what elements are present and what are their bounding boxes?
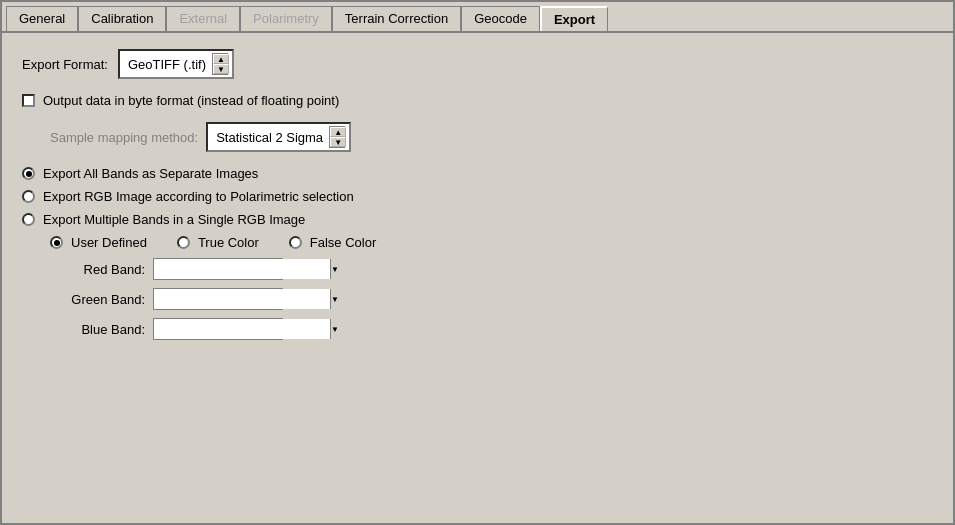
band-dropdown-btn-red-band[interactable]: ▼ xyxy=(330,259,339,279)
radio-btn-all-bands[interactable] xyxy=(22,167,35,180)
radio-row-rgb-polarimetric: Export RGB Image according to Polarimetr… xyxy=(22,189,933,204)
export-format-select[interactable]: GeoTIFF (.tif) ▲ ▼ xyxy=(118,49,234,79)
sample-mapping-label: Sample mapping method: xyxy=(50,130,198,145)
sub-radio-label-false-color: False Color xyxy=(310,235,376,250)
tab-export[interactable]: Export xyxy=(540,6,608,31)
output-byte-checkbox[interactable] xyxy=(22,94,35,107)
export-format-spinner[interactable]: ▲ ▼ xyxy=(212,53,228,75)
sample-spinner-up[interactable]: ▲ xyxy=(330,127,346,137)
band-input-blue-band[interactable] xyxy=(154,319,330,339)
band-row-blue-band: Blue Band:▼ xyxy=(70,318,933,340)
spinner-up[interactable]: ▲ xyxy=(213,54,229,64)
tab-bar: GeneralCalibrationExternalPolarimetryTer… xyxy=(2,2,953,33)
radio-label-multiple-bands: Export Multiple Bands in a Single RGB Im… xyxy=(43,212,305,227)
band-select-blue-band[interactable]: ▼ xyxy=(153,318,283,340)
tab-polarimetry: Polarimetry xyxy=(240,6,332,31)
export-format-label: Export Format: xyxy=(22,57,108,72)
export-format-row: Export Format: GeoTIFF (.tif) ▲ ▼ xyxy=(22,49,933,79)
tab-external: External xyxy=(166,6,240,31)
tab-geocode[interactable]: Geocode xyxy=(461,6,540,31)
radio-label-rgb-polarimetric: Export RGB Image according to Polarimetr… xyxy=(43,189,354,204)
sample-mapping-spinner[interactable]: ▲ ▼ xyxy=(329,126,345,148)
export-radio-group: Export All Bands as Separate ImagesExpor… xyxy=(22,166,933,340)
sample-mapping-value: Statistical 2 Sigma xyxy=(212,130,327,145)
band-input-red-band[interactable] xyxy=(154,259,330,279)
band-label-red-band: Red Band: xyxy=(70,262,145,277)
band-input-green-band[interactable] xyxy=(154,289,330,309)
radio-btn-rgb-polarimetric[interactable] xyxy=(22,190,35,203)
band-select-red-band[interactable]: ▼ xyxy=(153,258,283,280)
sub-radio-label-true-color: True Color xyxy=(198,235,259,250)
radio-row-all-bands: Export All Bands as Separate Images xyxy=(22,166,933,181)
tab-calibration[interactable]: Calibration xyxy=(78,6,166,31)
band-row-red-band: Red Band:▼ xyxy=(70,258,933,280)
band-select-green-band[interactable]: ▼ xyxy=(153,288,283,310)
tab-general[interactable]: General xyxy=(6,6,78,31)
band-dropdown-btn-blue-band[interactable]: ▼ xyxy=(330,319,339,339)
sample-mapping-select[interactable]: Statistical 2 Sigma ▲ ▼ xyxy=(206,122,351,152)
radio-label-all-bands: Export All Bands as Separate Images xyxy=(43,166,258,181)
sub-radio-btn-true-color[interactable] xyxy=(177,236,190,249)
sub-radio-label-user-defined: User Defined xyxy=(71,235,147,250)
sub-radio-row-false-color: False Color xyxy=(289,235,376,250)
sub-radio-row: User DefinedTrue ColorFalse Color xyxy=(50,235,933,250)
sub-radio-row-user-defined: User Defined xyxy=(50,235,147,250)
radio-btn-multiple-bands[interactable] xyxy=(22,213,35,226)
band-label-blue-band: Blue Band: xyxy=(70,322,145,337)
sample-mapping-row: Sample mapping method: Statistical 2 Sig… xyxy=(50,122,933,152)
band-row-green-band: Green Band:▼ xyxy=(70,288,933,310)
sub-radio-btn-false-color[interactable] xyxy=(289,236,302,249)
band-dropdown-btn-green-band[interactable]: ▼ xyxy=(330,289,339,309)
band-label-green-band: Green Band: xyxy=(70,292,145,307)
main-window: GeneralCalibrationExternalPolarimetryTer… xyxy=(0,0,955,525)
spinner-down[interactable]: ▼ xyxy=(213,64,229,74)
output-byte-label: Output data in byte format (instead of f… xyxy=(43,93,339,108)
radio-row-multiple-bands: Export Multiple Bands in a Single RGB Im… xyxy=(22,212,933,227)
export-format-value: GeoTIFF (.tif) xyxy=(124,57,210,72)
sub-radio-row-true-color: True Color xyxy=(177,235,259,250)
sub-options: User DefinedTrue ColorFalse ColorRed Ban… xyxy=(50,235,933,340)
content-area: Export Format: GeoTIFF (.tif) ▲ ▼ Output… xyxy=(2,33,953,523)
sample-spinner-down[interactable]: ▼ xyxy=(330,137,346,147)
sub-radio-btn-user-defined[interactable] xyxy=(50,236,63,249)
tab-terrain-correction[interactable]: Terrain Correction xyxy=(332,6,461,31)
output-byte-row: Output data in byte format (instead of f… xyxy=(22,93,933,108)
